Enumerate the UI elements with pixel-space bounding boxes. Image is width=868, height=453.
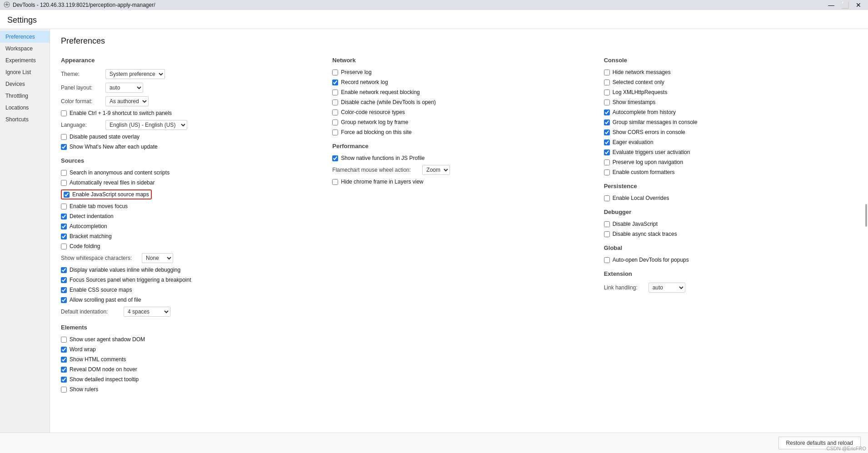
close-button[interactable]: ✕: [853, 0, 864, 10]
show-html-comments-label[interactable]: Show HTML comments: [61, 356, 126, 363]
sidebar-item-shortcuts[interactable]: Shortcuts: [0, 114, 50, 125]
color-code-checkbox[interactable]: [332, 110, 338, 115]
sidebar-item-preferences[interactable]: Preferences: [0, 31, 50, 43]
focus-sources-panel-checkbox[interactable]: [61, 277, 67, 283]
flamechart-select[interactable]: Zoom Scroll: [422, 165, 450, 175]
disable-paused-state-label[interactable]: Disable paused state overlay: [61, 134, 140, 140]
preserve-log-navigation-checkbox[interactable]: [604, 159, 610, 165]
enable-ctrl-shortcut-label[interactable]: Enable Ctrl + 1-9 shortcut to switch pan…: [61, 110, 172, 116]
enable-ctrl-shortcut-checkbox[interactable]: [61, 110, 67, 116]
group-network-log-label[interactable]: Group network log by frame: [332, 119, 408, 125]
eager-evaluation-label[interactable]: Eager evaluation: [604, 139, 653, 145]
enable-custom-formatters-checkbox[interactable]: [604, 169, 610, 175]
preserve-log-navigation-label[interactable]: Preserve log upon navigation: [604, 159, 683, 165]
autocomplete-from-history-label[interactable]: Autocomplete from history: [604, 109, 676, 115]
selected-context-only-checkbox[interactable]: [604, 80, 610, 85]
group-similar-messages-checkbox[interactable]: [604, 119, 610, 125]
autocompletion-checkbox[interactable]: [61, 224, 67, 229]
enable-tab-moves-focus-label[interactable]: Enable tab moves focus: [61, 203, 128, 209]
hide-network-messages-checkbox[interactable]: [604, 70, 610, 75]
disable-async-stack-traces-checkbox[interactable]: [604, 231, 610, 237]
enable-custom-formatters-label[interactable]: Enable custom formatters: [604, 169, 675, 175]
show-cors-errors-checkbox[interactable]: [604, 129, 610, 135]
log-xmlhttprequests-checkbox[interactable]: [604, 90, 610, 95]
auto-reveal-checkbox[interactable]: [61, 180, 67, 186]
bracket-matching-checkbox[interactable]: [61, 234, 67, 239]
show-detailed-inspect-checkbox[interactable]: [61, 377, 67, 383]
group-network-log-checkbox[interactable]: [332, 119, 338, 125]
disable-javascript-label[interactable]: Disable JavaScript: [604, 221, 658, 227]
search-anon-checkbox[interactable]: [61, 170, 67, 176]
disable-cache-label[interactable]: Disable cache (while DevTools is open): [332, 99, 436, 105]
selected-context-only-label[interactable]: Selected context only: [604, 79, 664, 85]
show-user-agent-shadow-checkbox[interactable]: [61, 337, 67, 343]
log-xmlhttprequests-label[interactable]: Log XMLHttpRequests: [604, 89, 668, 95]
record-network-log-label[interactable]: Record network log: [332, 79, 388, 85]
disable-paused-state-checkbox[interactable]: [61, 134, 67, 140]
preserve-log-checkbox[interactable]: [332, 70, 338, 75]
record-network-log-checkbox[interactable]: [332, 80, 338, 85]
whitespace-select[interactable]: None All Trailing: [142, 253, 173, 263]
title-bar-controls[interactable]: — ⬜ ✕: [825, 0, 864, 10]
show-native-functions-checkbox[interactable]: [332, 155, 338, 161]
show-native-functions-label[interactable]: Show native functions in JS Profile: [332, 155, 424, 161]
enable-local-overrides-checkbox[interactable]: [604, 195, 610, 201]
show-whats-new-checkbox[interactable]: [61, 144, 67, 150]
hide-network-messages-label[interactable]: Hide network messages: [604, 69, 671, 75]
reveal-dom-node-label[interactable]: Reveal DOM node on hover: [61, 366, 137, 373]
allow-scrolling-label[interactable]: Allow scrolling past end of file: [61, 297, 141, 303]
enable-network-blocking-checkbox[interactable]: [332, 90, 338, 95]
focus-sources-panel-label[interactable]: Focus Sources panel when triggering a br…: [61, 277, 191, 283]
auto-open-devtools-checkbox[interactable]: [604, 257, 610, 263]
panel-layout-select[interactable]: auto horizontal vertical: [105, 83, 143, 93]
detect-indentation-label[interactable]: Detect indentation: [61, 213, 114, 219]
enable-css-source-maps-checkbox[interactable]: [61, 287, 67, 293]
search-anon-label[interactable]: Search in anonymous and content scripts: [61, 169, 170, 176]
show-user-agent-shadow-label[interactable]: Show user agent shadow DOM: [61, 336, 145, 343]
auto-reveal-label[interactable]: Automatically reveal files in sidebar: [61, 179, 155, 186]
autocompletion-label[interactable]: Autocompletion: [61, 223, 107, 229]
auto-open-devtools-label[interactable]: Auto-open DevTools for popups: [604, 257, 689, 263]
word-wrap-checkbox[interactable]: [61, 347, 67, 353]
theme-select[interactable]: System preference Light Dark: [105, 69, 165, 79]
disable-cache-checkbox[interactable]: [332, 100, 338, 105]
language-select[interactable]: English (US) - English (US): [105, 120, 187, 130]
eager-evaluation-checkbox[interactable]: [604, 139, 610, 145]
reveal-dom-node-checkbox[interactable]: [61, 367, 67, 373]
enable-network-blocking-label[interactable]: Enable network request blocking: [332, 89, 419, 95]
color-code-label[interactable]: Color-code resource types: [332, 109, 405, 115]
show-detailed-inspect-label[interactable]: Show detailed inspect tooltip: [61, 376, 139, 383]
display-variable-values-checkbox[interactable]: [61, 267, 67, 273]
sidebar-item-devices[interactable]: Devices: [0, 78, 50, 90]
sidebar-item-ignore-list[interactable]: Ignore List: [0, 66, 50, 78]
scrollbar-indicator[interactable]: [865, 204, 867, 227]
hide-chrome-frame-checkbox[interactable]: [332, 179, 338, 185]
show-html-comments-checkbox[interactable]: [61, 357, 67, 363]
show-cors-errors-label[interactable]: Show CORS errors in console: [604, 129, 685, 135]
link-handling-select[interactable]: auto frontmost newTab: [649, 283, 685, 293]
sidebar-item-locations[interactable]: Locations: [0, 102, 50, 114]
show-rulers-label[interactable]: Show rulers: [61, 386, 98, 393]
sidebar-item-experiments[interactable]: Experiments: [0, 55, 50, 66]
disable-javascript-checkbox[interactable]: [604, 221, 610, 227]
hide-chrome-frame-label[interactable]: Hide chrome frame in Layers view: [332, 179, 423, 185]
group-similar-messages-label[interactable]: Group similar messages in console: [604, 119, 698, 125]
show-whats-new-label[interactable]: Show What's New after each update: [61, 144, 158, 150]
code-folding-label[interactable]: Code folding: [61, 243, 100, 249]
autocomplete-from-history-checkbox[interactable]: [604, 110, 610, 115]
evaluate-triggers-label[interactable]: Evaluate triggers user activation: [604, 149, 690, 155]
default-indentation-select[interactable]: 2 spaces 4 spaces 8 spaces Tab character: [124, 307, 170, 317]
disable-async-stack-traces-label[interactable]: Disable async stack traces: [604, 231, 677, 237]
show-rulers-checkbox[interactable]: [61, 387, 67, 393]
detect-indentation-checkbox[interactable]: [61, 214, 67, 219]
force-ad-blocking-label[interactable]: Force ad blocking on this site: [332, 129, 411, 135]
minimize-button[interactable]: —: [825, 0, 837, 10]
show-timestamps-checkbox[interactable]: [604, 100, 610, 105]
force-ad-blocking-checkbox[interactable]: [332, 129, 338, 135]
maximize-button[interactable]: ⬜: [839, 0, 851, 10]
sidebar-item-workspace[interactable]: Workspace: [0, 43, 50, 55]
show-timestamps-label[interactable]: Show timestamps: [604, 99, 656, 105]
preserve-log-label[interactable]: Preserve log: [332, 69, 371, 75]
evaluate-triggers-checkbox[interactable]: [604, 149, 610, 155]
word-wrap-label[interactable]: Word wrap: [61, 346, 96, 353]
